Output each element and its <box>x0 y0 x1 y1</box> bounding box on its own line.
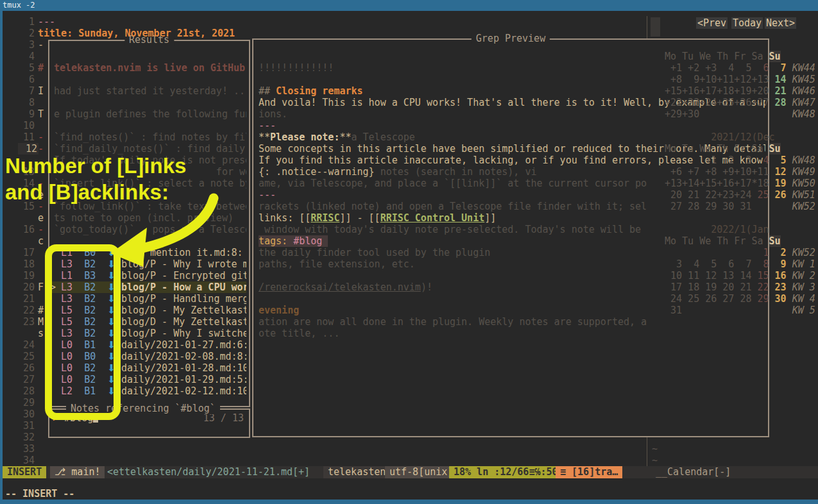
line-number: 28 <box>18 385 35 397</box>
text-segment: 17 18 19 20 21 <box>665 281 751 293</box>
calendar-row[interactable]: 27 28 29 30 31 KW52 <box>665 201 815 212</box>
text-segment: KW49 <box>792 166 815 178</box>
text-segment: window with today's daily note pre-selec… <box>259 224 641 235</box>
line-number <box>18 212 35 224</box>
text-segment <box>775 108 787 120</box>
calendar-row[interactable]: 31 KW 5 <box>665 305 815 316</box>
line-number: 9 <box>18 108 35 120</box>
calendar-row[interactable]: 24 25 26 27 28 29 30 KW 4 <box>665 293 815 305</box>
calendar-row[interactable]: +1 +2 +3 4 5 6 7 KW44 <box>665 62 815 74</box>
text-segment <box>787 178 792 189</box>
text-segment <box>769 305 775 316</box>
text-segment: 5 <box>775 155 787 166</box>
text-segment: /renerocksai/telekasten.nvim <box>259 281 421 293</box>
calendar-row[interactable]: +1 +2 3 4 5 KW48 <box>665 155 815 166</box>
text-segment: 8 <box>751 258 769 270</box>
text-segment: KW 4 <box>792 293 815 305</box>
text-segment <box>775 201 787 212</box>
calendar-row[interactable]: Mo Tu We Th Fr Sa Su <box>665 235 781 247</box>
text-segment: 31 <box>665 305 769 316</box>
text-segment: !!!!!!!!!!!!! <box>259 62 334 74</box>
buffer-line-fragment: F <box>38 281 44 293</box>
line-number: 17 <box>18 247 35 258</box>
text-segment: daily/2021-02-12.md:10 <box>121 385 246 397</box>
calendar-row[interactable]: +29+30 KW48 <box>665 108 815 120</box>
line-number: 5 <box>18 62 35 74</box>
calendar-row[interactable]: +22+23+24+25+26+27 28 KW47 <box>665 97 815 108</box>
text-segment: ame, via Telescope, and place a `[[link]… <box>259 178 647 189</box>
text-segment: +6 +7 +8 +9+10+11 <box>665 166 769 178</box>
text-segment: a Telescope <box>352 131 415 143</box>
text-segment: +29+30 <box>665 108 769 120</box>
buffer-line-fragment: # <box>38 62 44 74</box>
buffer-line-fragment: # <box>38 305 44 316</box>
text-segment: KW46 <box>792 85 815 97</box>
preview-line: tags: #blog <box>259 235 328 247</box>
preview-line: ame, via Telescope, and place a `[[link]… <box>259 178 647 189</box>
calendar-row[interactable]: Mo Tu We Th Fr Sa Su <box>665 143 781 155</box>
text-segment: 3 4 5 6 7 <box>665 258 751 270</box>
screen: tmux -2 <Prev Today Next> Results Grep P… <box>0 0 818 504</box>
text-segment: KW 5 <box>792 305 815 316</box>
text-segment <box>787 97 792 108</box>
text-segment: --- <box>259 120 276 131</box>
blended-buffer-line: ts note to open (incl. preview) <box>54 212 234 224</box>
line-number: 6 <box>18 74 35 85</box>
text-segment: 20 21 22+23+24 <box>665 189 751 201</box>
text-segment: --- <box>259 189 276 201</box>
annotation-line2: and [B]acklinks: <box>5 187 169 198</box>
text-segment: 30 <box>775 293 787 305</box>
blended-buffer-line: `goto_today()` pops up a Telesco <box>54 224 246 235</box>
line-number: 16 <box>18 224 35 235</box>
line-number: 2 <box>18 28 35 39</box>
text-segment <box>787 247 792 258</box>
preview-line: paths, file extension, etc. <box>259 258 415 270</box>
text-segment <box>769 270 775 281</box>
calendar-row[interactable]: +6 +7 +8 +9+10+11 12 KW49 <box>665 166 815 178</box>
text-segment: 26 <box>775 189 787 201</box>
text-segment <box>769 108 775 120</box>
text-segment <box>322 235 328 247</box>
text-segment: ote title, ... <box>259 328 339 339</box>
text-segment: blog/P - Encrypted git <box>121 270 246 281</box>
text-segment: )! <box>421 281 432 293</box>
calendar-row[interactable]: 1 2 KW52 <box>665 247 815 258</box>
line-number: 1 <box>18 16 35 28</box>
text-segment: daily/2021-02-08.md:8: <box>121 351 246 362</box>
text-segment: 16 <box>775 270 787 281</box>
text-segment <box>769 62 775 74</box>
text-segment: Closing remarks <box>276 85 362 97</box>
calendar-row[interactable]: Mo Tu We Th Fr Sa Su <box>665 51 781 62</box>
text-segment <box>787 189 792 201</box>
calendar-row[interactable]: 10 11 12 13 14 15 16 KW 2 <box>665 270 815 281</box>
text-segment: KW51 <box>792 189 815 201</box>
text-segment: KW50 <box>792 178 815 189</box>
preview-line: ## Closing remarks <box>259 85 363 97</box>
text-segment: +8 9+10+11+12+13 <box>665 74 769 85</box>
calendar-row[interactable]: +8 9+10+11+12+13 14 KW45 <box>665 74 815 85</box>
line-number: 27 <box>18 374 35 385</box>
buffer-line-fragment: I <box>38 85 44 97</box>
warning-segment: ≡ [16]tra… <box>556 466 622 478</box>
window-border-left <box>0 11 3 500</box>
text-segment <box>763 143 769 155</box>
text-segment: 27 28 29 30 31 <box>665 201 769 212</box>
line-number: 12 <box>18 143 38 155</box>
calendar-next-button[interactable]: Next> <box>765 17 796 29</box>
text-segment: KW 1 <box>792 258 815 270</box>
text-segment: 12 <box>775 166 787 178</box>
buffer-line-fragment: - <box>38 224 44 235</box>
calendar-row[interactable]: 3 4 5 6 7 8 9 KW 1 <box>665 258 815 270</box>
text-segment: Su <box>769 51 781 62</box>
calendar-row[interactable]: 20 21 22+23+24 25 26 KW51 <box>665 189 815 201</box>
calendar-row[interactable]: 2021/12(Dec <box>665 131 775 143</box>
line-number: 24 <box>18 339 35 351</box>
calendar-row[interactable]: 17 18 19 20 21 22 23 KW 3 <box>665 281 815 293</box>
calendar-row[interactable]: +13+14+15+16+17*18 19 KW50 <box>665 178 815 189</box>
text-segment <box>665 247 751 258</box>
line-number: 21 <box>18 293 35 305</box>
calendar-row[interactable]: +15+16+17+18+19+20 21 KW46 <box>665 85 815 97</box>
text-segment: KW 3 <box>792 281 815 293</box>
calendar-row[interactable]: 2022/1(Jan <box>665 224 769 235</box>
text-segment <box>763 51 769 62</box>
